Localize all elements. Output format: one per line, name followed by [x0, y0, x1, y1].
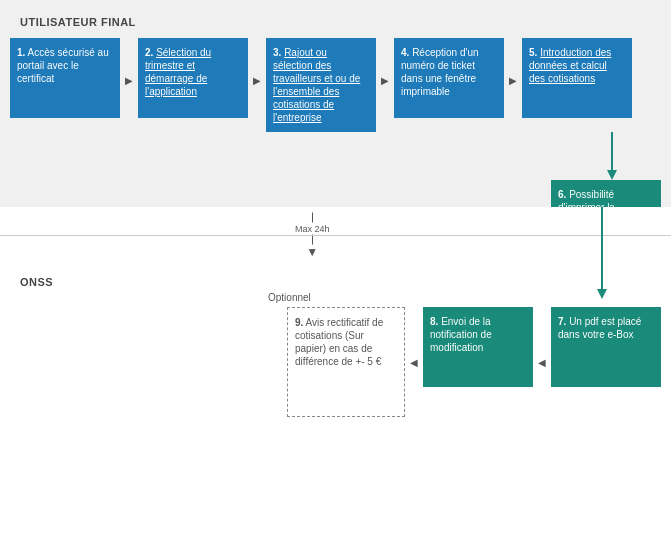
- step-7-text: Un pdf est placé dans votre e-Box: [558, 316, 641, 340]
- step-6-number: 6.: [558, 189, 566, 200]
- max24h-line-top: [312, 212, 313, 222]
- step-2-number: 2.: [145, 47, 153, 58]
- step-4-box: 4. Réception d'un numéro de ticket dans …: [394, 38, 504, 118]
- step-2-text: Sélection du trimestre et démarrage de l…: [145, 47, 211, 97]
- step-8-number: 8.: [430, 316, 438, 327]
- arrow-2-3: [248, 75, 266, 86]
- step-4-text: Réception d'un numéro de ticket dans une…: [401, 47, 479, 97]
- optionnel-label: Optionnel: [268, 292, 661, 303]
- arrow-7-8: [533, 357, 551, 368]
- step-9-number: 9.: [295, 317, 303, 328]
- max24h-text: Max 24h: [295, 223, 330, 233]
- arrow-4-5: [504, 75, 522, 86]
- top-section-label: UTILISATEUR FINAL: [10, 8, 661, 32]
- step-9-text: Avis rectificatif de cotisations (Sur pa…: [295, 317, 383, 367]
- step-6-area: 6. Possibilité d'imprimer la déclaration…: [10, 132, 661, 197]
- step-4-number: 4.: [401, 47, 409, 58]
- bottom-flow-row: 9. Avis rectificatif de cotisations (Sur…: [10, 307, 661, 417]
- step-3-box: 3. Rajout ou sélection des travailleurs …: [266, 38, 376, 132]
- step-1-number: 1.: [17, 47, 25, 58]
- step-8-box: 8. Envoi de la notification de modificat…: [423, 307, 533, 387]
- bottom-section-label: ONSS: [10, 268, 661, 292]
- step-7-number: 7.: [558, 316, 566, 327]
- divider-line: [0, 235, 671, 236]
- step-5-number: 5.: [529, 47, 537, 58]
- arrow-8-9: [405, 357, 423, 368]
- arrow-3-4: [376, 75, 394, 86]
- step-7-box: 7. Un pdf est placé dans votre e-Box: [551, 307, 661, 387]
- step-2-box: 2. Sélection du trimestre et démarrage d…: [138, 38, 248, 118]
- step-3-text: Rajout ou sélection des travailleurs et …: [273, 47, 360, 123]
- step-5-text: Introduction des données et calcul des c…: [529, 47, 611, 84]
- step-9-box: 9. Avis rectificatif de cotisations (Sur…: [287, 307, 405, 417]
- divider-area: Max 24h ▼: [0, 207, 671, 262]
- step-1-box: 1. Accès sécurisé au portail avec le cer…: [10, 38, 120, 118]
- top-flow-row: 1. Accès sécurisé au portail avec le cer…: [10, 38, 661, 132]
- step-8-text: Envoi de la notification de modification: [430, 316, 492, 353]
- max24h-arrow-down: ▼: [306, 245, 318, 257]
- max24h-line-bottom: [312, 234, 313, 244]
- bottom-section: ONSS Optionnel 9. Avis rectificatif de c…: [0, 262, 671, 427]
- arrow-1-2: [120, 75, 138, 86]
- step-3-number: 3.: [273, 47, 281, 58]
- step-5-box: 5. Introduction des données et calcul de…: [522, 38, 632, 118]
- svg-marker-1: [607, 170, 617, 180]
- top-section: UTILISATEUR FINAL 1. Accès sécurisé au p…: [0, 0, 671, 207]
- step-1-text: Accès sécurisé au portail avec le certif…: [17, 47, 109, 84]
